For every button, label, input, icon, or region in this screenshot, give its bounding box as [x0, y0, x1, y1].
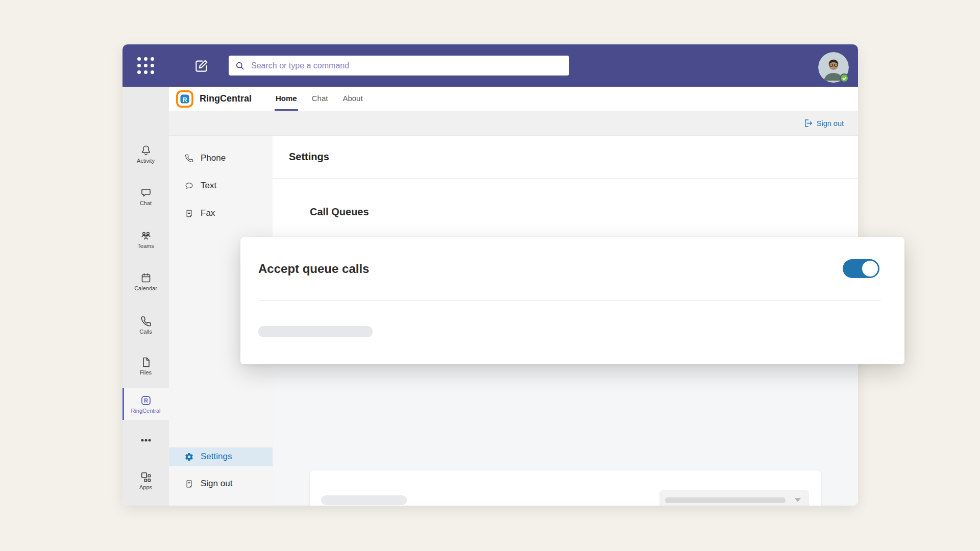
sidebar-item-calls[interactable]: Calls	[122, 309, 169, 341]
subnav-item-label: Sign out	[201, 479, 232, 489]
sidebar-item-label: Apps	[139, 485, 152, 490]
apps-icon	[140, 471, 152, 483]
subnav-item-label: Text	[201, 181, 216, 191]
subnav-item-settings[interactable]: Settings	[169, 447, 273, 466]
phone-icon	[184, 154, 194, 163]
sidebar-item-label: Teams	[137, 243, 154, 249]
sign-out-document-icon	[184, 479, 194, 489]
accept-queue-calls-toggle[interactable]	[843, 259, 879, 278]
app-header: R RingCentral Home Chat About	[169, 87, 858, 111]
search-input[interactable]	[251, 61, 563, 70]
sidebar-item-apps[interactable]: Apps	[122, 465, 169, 496]
section-title: Call Queues	[310, 206, 369, 218]
avatar[interactable]	[818, 52, 849, 83]
status-available-icon	[840, 73, 849, 83]
accept-queue-calls-dialog: Accept queue calls	[240, 237, 904, 364]
sidebar-item-label: Calls	[139, 329, 152, 335]
sidebar-item-label: Activity	[137, 158, 155, 164]
sidebar-item-label: Calendar	[134, 286, 157, 291]
fax-document-icon	[184, 209, 194, 218]
speech-bubble-icon	[184, 181, 194, 191]
calendar-icon	[140, 272, 152, 284]
app-tabs: Home Chat About	[275, 87, 364, 111]
sidebar-item-ringcentral[interactable]: R RingCentral	[122, 388, 169, 420]
svg-text:R: R	[144, 397, 148, 404]
placeholder-select[interactable]	[659, 490, 809, 506]
placeholder-card	[309, 470, 822, 506]
app-rail: Activity Chat Teams	[122, 87, 169, 506]
phone-icon	[140, 315, 152, 328]
placeholder-row	[321, 490, 809, 506]
sidebar-item-more[interactable]	[122, 430, 169, 450]
app-title: RingCentral	[200, 93, 252, 104]
subnav-item-fax[interactable]: Fax	[169, 204, 273, 222]
subnav-item-text[interactable]: Text	[169, 177, 273, 195]
subnav-item-label: Phone	[201, 153, 226, 163]
subnav-item-label: Settings	[201, 452, 232, 462]
skeleton-text	[258, 326, 373, 337]
search-icon	[235, 61, 245, 71]
subnav-item-label: Fax	[201, 208, 215, 218]
divider	[273, 178, 858, 179]
page-title: Settings	[289, 151, 329, 163]
chevron-down-icon	[795, 498, 801, 502]
sign-out-label: Sign out	[817, 119, 844, 128]
app-toolbar: Sign out	[169, 111, 858, 136]
app-launcher-icon[interactable]	[137, 57, 154, 74]
sidebar-item-chat[interactable]: Chat	[122, 181, 169, 212]
sidebar-item-calendar[interactable]: Calendar	[122, 266, 169, 297]
skeleton-label	[321, 495, 407, 505]
divider	[258, 300, 881, 300]
sign-out-link[interactable]: Sign out	[803, 118, 844, 128]
subnav-item-sign-out[interactable]: Sign out	[169, 474, 273, 493]
sidebar-item-teams[interactable]: Teams	[122, 223, 169, 255]
search-bar	[229, 56, 569, 76]
people-icon	[140, 230, 152, 242]
gear-icon	[184, 452, 194, 462]
sidebar-item-label: Chat	[140, 201, 152, 206]
skeleton-value	[665, 497, 786, 503]
compose-icon[interactable]	[193, 58, 210, 74]
sidebar-item-label: RingCentral	[131, 408, 160, 414]
more-dots-icon	[140, 434, 152, 446]
chat-bubble-icon	[140, 187, 152, 199]
sidebar-item-label: Files	[140, 370, 152, 375]
tab-chat[interactable]: Chat	[311, 87, 329, 111]
tab-about[interactable]: About	[341, 87, 363, 111]
sidebar-item-activity[interactable]: Activity	[122, 138, 169, 170]
bell-icon	[140, 144, 152, 157]
file-icon	[140, 356, 152, 368]
sidebar-item-files[interactable]: Files	[122, 350, 169, 382]
subnav-item-phone[interactable]: Phone	[169, 149, 273, 167]
dialog-header: Accept queue calls	[258, 237, 879, 300]
topbar	[122, 44, 858, 87]
dialog-title: Accept queue calls	[258, 262, 369, 276]
ringcentral-icon: R	[140, 394, 152, 407]
ringcentral-logo-icon: R	[176, 90, 193, 108]
tab-home[interactable]: Home	[275, 87, 298, 111]
sign-out-icon	[803, 118, 813, 128]
svg-text:R: R	[182, 95, 187, 103]
